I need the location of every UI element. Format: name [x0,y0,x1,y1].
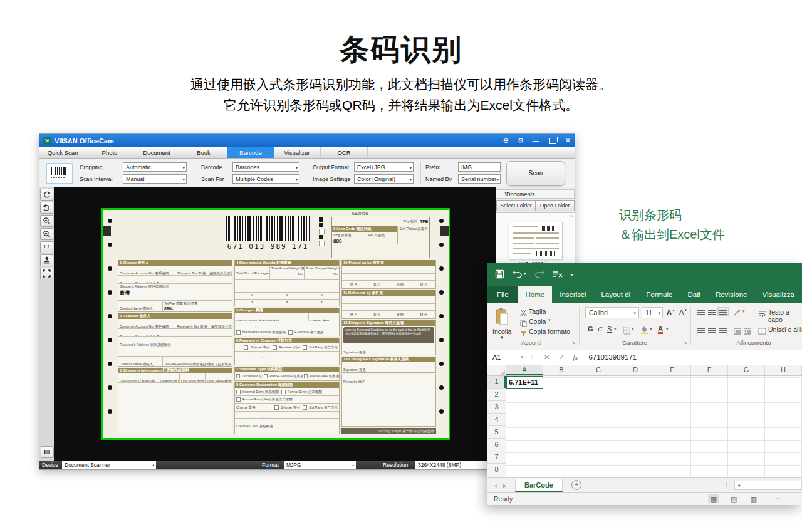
column-header-c[interactable]: C [580,365,617,375]
underline-button[interactable]: S [607,325,612,333]
column-header-d[interactable]: D [617,365,654,375]
resolution-dropdown[interactable]: 3264X2448 (8MP)▴ [415,461,491,469]
row-header-2[interactable]: 2 [487,389,506,401]
normal-view-icon[interactable]: ▦ [708,494,719,503]
name-box[interactable]: A1▾ [487,350,526,364]
column-header-e[interactable]: E [654,365,691,375]
tab-document[interactable]: Document [133,147,180,158]
dialog-launcher-icon[interactable]: ↘ [683,340,687,345]
preview-area[interactable]: 671 013 989 171 6329456 Ship 批次TPE 9 Are… [54,187,496,461]
zoom-in-button[interactable] [40,215,53,227]
ribbon-tab-dati[interactable]: Dati [680,286,707,303]
ribbon-tab-inserisci[interactable]: Inserisci [552,286,593,303]
sheet-options-dots[interactable]: ⋮ [724,482,730,489]
align-middle-icon[interactable] [708,309,716,315]
merge-center-label[interactable]: Unisci e allinea a [768,326,802,333]
tab-ocr[interactable]: OCR [321,147,368,158]
chevron-down-icon[interactable]: ▾ [742,309,745,314]
ribbon-tab-layout[interactable]: Layout di pagina [593,286,638,303]
open-folder-button[interactable]: Open Folder [535,200,575,211]
rotate-left-button[interactable] [40,189,53,201]
chevron-down-icon[interactable]: ▾ [650,326,652,331]
settings-gear-icon[interactable]: ⚙ [518,134,524,147]
row-headers[interactable]: 1 2 3 4 5 6 7 8 9 [487,376,506,477]
ribbon-tab-file[interactable]: File [487,286,518,303]
save-icon[interactable] [495,269,504,279]
ribbon-tab-formule[interactable]: Formule [638,286,680,303]
select-all-corner[interactable] [487,365,506,376]
shrink-font-button[interactable]: A▼ [679,308,687,316]
cells-area[interactable]: 6.71E+11 [506,376,802,477]
tab-barcode[interactable]: Barcode [227,147,274,158]
add-sheet-icon[interactable]: + [571,480,581,490]
column-headers[interactable]: A B C D E F G H [506,365,802,376]
cancel-icon[interactable]: ✕ [544,353,549,362]
cut-label[interactable]: Taglia [529,308,546,315]
insert-function-icon[interactable]: fx [573,353,578,361]
format-painter-icon[interactable] [520,328,527,340]
row-header-1[interactable]: 1 [487,376,506,389]
column-header-b[interactable]: B [543,365,580,375]
sheet-next-icon[interactable]: ▸ [503,482,506,489]
language-globe-icon[interactable]: ⊕ [503,134,509,147]
align-bottom-icon[interactable] [719,309,727,315]
ribbon-tab-revisione[interactable]: Revisione [708,286,755,303]
bold-button[interactable]: G [588,325,593,333]
align-left-icon[interactable] [697,327,705,333]
zoom-out-button[interactable] [40,228,53,240]
tab-quick-scan[interactable]: Quick Scan [39,147,86,158]
thumbnail-image[interactable] [509,222,563,259]
decrease-indent-icon[interactable] [733,326,741,337]
device-dropdown[interactable]: Document Scanner▴ [62,461,156,469]
borders-icon[interactable] [623,326,630,337]
tab-photo[interactable]: Photo [86,147,133,158]
column-header-f[interactable]: F [691,365,728,375]
row-header-4[interactable]: 4 [487,414,506,426]
horizontal-scrollbar[interactable]: ◂ [734,481,802,490]
delete-rows-icon[interactable] [553,270,563,278]
font-color-icon[interactable]: A [658,325,663,334]
redo-icon[interactable] [534,269,544,278]
align-right-icon[interactable] [719,327,727,333]
cut-icon[interactable] [520,308,527,319]
actual-size-button[interactable]: 1:1 [40,241,53,253]
undo-icon[interactable]: ▾ [513,269,526,278]
stamp-button[interactable] [40,254,53,266]
output-format-dropdown[interactable]: Excel+JPG▾ [354,162,414,172]
column-header-h[interactable]: H [765,365,802,375]
column-header-g[interactable]: G [728,365,765,375]
row-header-6[interactable]: 6 [487,439,506,451]
named-by-dropdown[interactable]: Serial number▾ [458,174,501,184]
wrap-text-icon[interactable] [758,308,766,320]
page-break-view-icon[interactable]: ▥ [748,494,759,503]
tab-book[interactable]: Book [180,147,227,158]
font-size-box[interactable]: 11▾ [642,307,663,318]
prefix-input[interactable]: IMG_ [458,162,501,172]
tab-visualizer[interactable]: Visualizer [274,147,321,158]
chevron-down-icon[interactable]: ▾ [666,326,669,331]
minimize-icon[interactable]: — [533,134,539,147]
scan-interval-dropdown[interactable]: Manual▾ [123,174,187,184]
align-top-icon[interactable] [697,309,705,315]
image-settings-dropdown[interactable]: Color (Original)▾ [354,174,414,184]
merge-center-icon[interactable] [758,326,766,337]
rotate-right-button[interactable] [40,202,53,214]
row-header-8[interactable]: 8 [487,464,506,476]
scan-for-dropdown[interactable]: Multiple Codes▾ [232,174,299,184]
wrap-text-label[interactable]: Testo a capo [768,308,802,323]
ribbon-tab-home[interactable]: Home [518,286,553,303]
customize-qat-icon[interactable]: ▾ [571,271,573,278]
italic-button[interactable]: C [598,325,602,333]
row-header-5[interactable]: 5 [487,426,506,439]
column-header-a[interactable]: A [506,365,543,375]
zoom-out-minus-icon[interactable]: − [776,493,780,505]
fit-screen-button[interactable] [40,268,53,279]
barcode-type-dropdown[interactable]: Barcodes▾ [232,162,299,172]
fill-color-icon[interactable] [640,325,648,336]
page-layout-view-icon[interactable]: ▤ [728,494,739,503]
row-header-3[interactable]: 3 [487,401,506,414]
formula-bar-value[interactable]: 671013989171 [588,353,637,361]
close-icon[interactable]: ✕ [565,134,571,147]
format-dropdown[interactable]: MJPG▴ [284,461,356,469]
sheet-prev-icon[interactable]: ◂ [494,482,497,489]
